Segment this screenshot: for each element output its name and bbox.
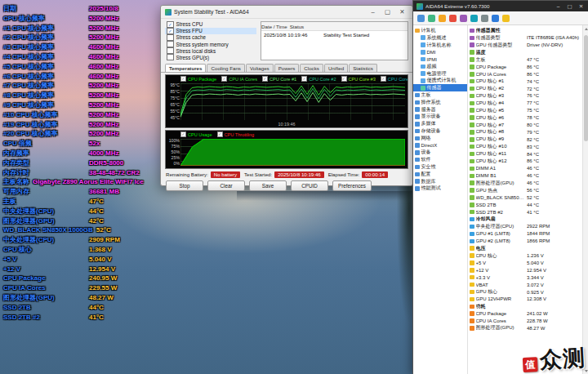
tree-item[interactable]: 设备 <box>413 149 467 157</box>
toolbar-icon[interactable] <box>502 15 510 22</box>
tree-item[interactable]: 数据库 <box>413 178 467 185</box>
sensor-row[interactable]: CPU 核心 #3 76 °C <box>468 92 582 100</box>
tree-item[interactable]: 性能测试 <box>413 185 467 193</box>
sensor-row[interactable]: CPU 核心 #1 74 °C <box>468 78 582 85</box>
sensor-row[interactable]: CPU 核心 #7 80 °C <box>468 122 582 129</box>
legend-checkbox-icon[interactable]: ✓ <box>180 76 186 82</box>
tree-item[interactable]: DMI <box>413 48 467 56</box>
toolbar-icon[interactable] <box>470 15 478 22</box>
stability-action-button[interactable]: CPUID <box>291 180 328 191</box>
legend-checkbox-icon[interactable]: ✓ <box>301 76 307 82</box>
tree-item[interactable]: 主板 <box>413 91 467 99</box>
toolbar-icon[interactable] <box>428 15 435 22</box>
tree-item[interactable]: 传感器 <box>413 84 467 91</box>
legend-item[interactable]: ✓ CPU IA Cores <box>221 76 257 82</box>
sensor-row[interactable]: 传感器属性 <box>468 27 582 34</box>
toolbar-icon[interactable] <box>449 15 457 22</box>
tree-item[interactable]: 操作系统 <box>413 99 467 106</box>
sensor-row[interactable]: CPU 核心 #10 83 °C <box>468 143 582 150</box>
sensor-row[interactable]: GPU 12VHPWR 12.308 V <box>468 296 582 303</box>
stability-action-button[interactable]: Clear <box>207 180 245 191</box>
tree-item[interactable]: 网络 <box>413 135 467 142</box>
minimize-icon[interactable]: – <box>554 2 563 11</box>
sensor-row[interactable]: DIMM B1 46 °C <box>468 172 582 180</box>
sensor-row[interactable]: GPU 传感器类型 Driver (NV-DRV) <box>468 42 582 49</box>
legend-checkbox-icon[interactable]: ✓ <box>262 76 268 82</box>
stability-action-button[interactable]: Save <box>249 180 287 191</box>
sensor-row[interactable]: +12 V 12.954 V <box>468 266 582 274</box>
legend-item[interactable]: ✓ CPU Throttling <box>217 131 255 137</box>
toolbar-icon[interactable] <box>460 15 467 22</box>
sensor-row[interactable]: +5 V 5.040 V <box>468 260 582 267</box>
tree-item[interactable]: 计算机 <box>413 27 467 34</box>
tree-item[interactable]: 显示设备 <box>413 114 467 121</box>
sensor-row[interactable]: +3.3 V 3.344 V <box>468 274 582 281</box>
tree-item[interactable]: DirectX <box>413 142 467 149</box>
tree-item[interactable]: 服务器 <box>413 106 467 114</box>
graph-tab[interactable]: Clocks <box>300 64 323 72</box>
sensor-row[interactable]: CPU Package 241.02 W <box>468 310 582 318</box>
tree-item[interactable]: IPMI <box>413 56 467 63</box>
toolbar-icon[interactable] <box>492 15 499 22</box>
sensor-row[interactable]: 电压 <box>468 245 582 252</box>
sensor-row[interactable]: GPU #1 (LMT8) 1844 RPM <box>468 230 582 238</box>
sensor-row[interactable]: WD_BLACK SN850X 1000GB 52 °C <box>468 194 582 201</box>
stability-action-button[interactable]: Stop <box>166 180 203 191</box>
legend-item[interactable]: ✓ CPU Core #1 <box>262 76 296 82</box>
log-row[interactable]: 2025/10/8 10:19:46 Stability Test Starte… <box>261 31 408 38</box>
sensor-row[interactable]: CPU 核心 #11 84 °C <box>468 150 582 158</box>
sensor-row[interactable]: 传感器类型 ITE IT8689E (ISA A40h) <box>468 34 582 42</box>
stability-title-bar[interactable]: System Stability Test - AIDA64 – ▢ ✕ <box>161 6 412 19</box>
checkbox-icon[interactable] <box>167 54 174 61</box>
scrollbar-thumb[interactable] <box>584 35 588 141</box>
sensor-row[interactable]: GPU 核心 0.925 V <box>468 288 582 296</box>
tree-item[interactable]: 计算机名称 <box>413 42 467 49</box>
legend-checkbox-icon[interactable]: ✓ <box>180 131 186 137</box>
graph-tab[interactable]: Voltages <box>246 64 274 72</box>
sensor-row[interactable]: 温度 <box>468 49 582 56</box>
sensor-row[interactable]: CPU IA Cores 228.78 W <box>468 318 582 325</box>
graph-tab[interactable]: Cooling Fans <box>207 64 244 72</box>
legend-checkbox-icon[interactable]: ✓ <box>221 76 227 82</box>
legend-checkbox-icon[interactable]: ✓ <box>381 76 386 82</box>
stress-option[interactable]: Stress cache <box>165 34 256 41</box>
tree-item[interactable]: 超频 <box>413 63 467 70</box>
sensor-row[interactable]: CPU 核心 #9 82 °C <box>468 136 582 143</box>
toolbar-icon[interactable] <box>481 15 488 22</box>
sensor-row[interactable]: 图形处理器(GPU) 46 °C <box>468 180 582 187</box>
tree-item[interactable]: 电源管理 <box>413 70 467 78</box>
stability-action-button[interactable]: Preferences <box>332 180 372 191</box>
sensor-row[interactable]: VBAT 3.072 V <box>468 281 582 288</box>
graph-tab[interactable]: Statistics <box>349 64 377 72</box>
minimize-icon[interactable]: – <box>367 7 379 17</box>
tree-item[interactable]: 安全性 <box>413 163 467 171</box>
sensor-row[interactable]: CPU IA Cores 86 °C <box>468 70 582 78</box>
sensor-row[interactable]: 功耗 <box>468 303 582 310</box>
sensor-row[interactable]: CPU 核心 #5 75 °C <box>468 107 582 114</box>
legend-checkbox-icon[interactable]: ✓ <box>217 131 223 137</box>
stress-option[interactable]: Stress local disks <box>165 47 256 54</box>
sensor-row[interactable]: CPU 核心 #4 77 °C <box>468 100 582 107</box>
scrollbar[interactable] <box>582 25 588 374</box>
aida64-title-bar[interactable]: AIDA64 Extreme v7.60.7300 – ▢ ✕ <box>413 1 588 11</box>
sensor-row[interactable]: 主板 47 °C <box>468 56 582 64</box>
tree-item[interactable]: 存储设备 <box>413 127 467 135</box>
sensor-row[interactable]: CPU 核心 #6 78 °C <box>468 114 582 122</box>
tree-item[interactable]: 多媒体 <box>413 120 467 127</box>
tree-item[interactable]: 软件 <box>413 156 467 163</box>
legend-checkbox-icon[interactable]: ✓ <box>341 76 347 82</box>
sensor-row[interactable]: 中央处理器(CPU) 2922 RPM <box>468 223 582 230</box>
legend-item[interactable]: ✓ CPU Usage <box>180 131 212 137</box>
sensor-row[interactable]: 图形处理器(GPU) 48.27 W <box>468 325 582 332</box>
graph-tab[interactable]: Temperatures <box>165 64 206 72</box>
legend-item[interactable]: ✓ CPU Core #2 <box>301 76 336 82</box>
sensor-row[interactable]: CPU 核心 #8 79 °C <box>468 128 582 136</box>
sensor-row[interactable]: CPU 核心 1.236 V <box>468 252 582 260</box>
close-icon[interactable]: ✕ <box>577 2 586 11</box>
close-icon[interactable]: ✕ <box>396 7 408 17</box>
maximize-icon[interactable]: ▢ <box>381 7 394 17</box>
maximize-icon[interactable]: ▢ <box>565 2 574 11</box>
legend-item[interactable]: ✓ CPU Core #3 <box>341 76 376 82</box>
stress-option[interactable]: Stress system memory <box>165 41 256 47</box>
stress-option[interactable]: Stress GPU(s) <box>165 54 256 60</box>
